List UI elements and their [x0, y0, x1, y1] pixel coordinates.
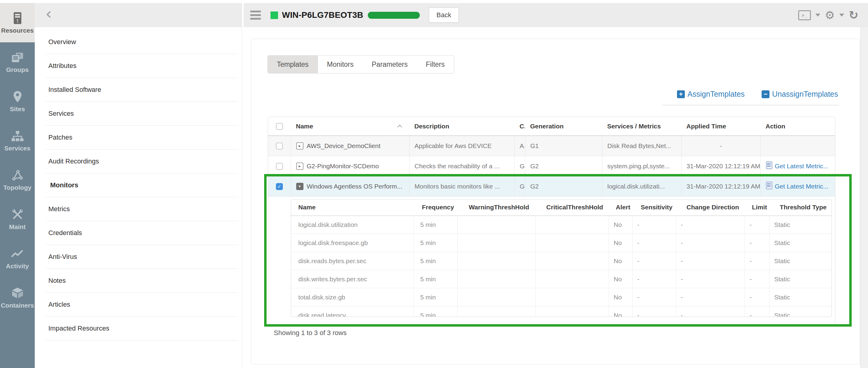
tab-filters[interactable]: Filters: [417, 56, 454, 73]
sidebar-item-maint[interactable]: Maint: [0, 200, 35, 239]
cube-icon: [11, 286, 24, 300]
sensitivity-cell: -: [632, 306, 676, 317]
refresh-icon[interactable]: ↻: [849, 9, 858, 21]
assign-templates-link[interactable]: + AssignTemplates: [677, 90, 745, 98]
subtable-row[interactable]: logical.disk.utilization5 minNo---Static: [291, 216, 832, 234]
limit-cell: -: [745, 234, 769, 252]
subtable-row[interactable]: disk.reads.bytes.per.sec5 minNo---Static: [291, 252, 832, 270]
menu-item-installed-software[interactable]: Installed Software: [46, 78, 238, 102]
metric-name-cell: disk.read.latency: [291, 306, 413, 317]
plus-icon: +: [677, 90, 685, 98]
get-latest-metrics-link[interactable]: Get Latest Metric...: [775, 183, 829, 190]
warning-threshold-cell: [457, 252, 535, 270]
sidebar-item-services[interactable]: Services: [0, 121, 35, 160]
frequency-cell: 5 min: [413, 270, 457, 288]
sidebar-item-resources[interactable]: Resources: [0, 3, 35, 42]
alert-cell: No: [609, 270, 632, 288]
menu-item-patches[interactable]: Patches: [46, 126, 238, 150]
sidebar-item-topology[interactable]: Topology: [0, 160, 35, 200]
menu-item-monitors[interactable]: Monitors: [46, 174, 238, 197]
menu-item-credentials[interactable]: Credentials: [46, 221, 238, 245]
limit-cell: -: [745, 252, 769, 270]
menu-item-impacted-resources[interactable]: Impacted Resources: [46, 317, 238, 340]
menu-item-services[interactable]: Services: [46, 102, 238, 126]
sidebar-item-label: Groups: [6, 66, 29, 73]
table-row[interactable]: ✓▾Windows Agentless OS Perform...Monitor…: [268, 176, 835, 196]
menu-item-metrics[interactable]: Metrics: [46, 197, 238, 221]
action-cell-wrap: [761, 136, 835, 156]
menu-item-overview[interactable]: Overview: [46, 30, 238, 54]
settings-dropdown-caret-icon[interactable]: [839, 13, 844, 17]
subtable-header-alert: Alert: [609, 200, 632, 216]
unassign-templates-label: UnassignTemplates: [772, 90, 838, 98]
critical-threshold-cell: [535, 288, 609, 306]
menu-item-articles[interactable]: Articles: [46, 293, 238, 317]
table-row[interactable]: ▸G2-PingMonitor-SCDemoChecks the reachab…: [268, 156, 835, 176]
column-header-action[interactable]: Action: [761, 117, 835, 136]
warning-threshold-cell: [457, 270, 535, 288]
column-header-c-[interactable]: C.: [515, 117, 525, 136]
column-header-applied-time[interactable]: Applied Time: [681, 117, 761, 136]
tab-monitors[interactable]: Monitors: [318, 56, 363, 73]
warning-threshold-cell: [457, 216, 535, 234]
activity-icon: [11, 247, 24, 261]
collapse-panel-icon[interactable]: [46, 11, 54, 18]
terminal-dropdown-caret-icon[interactable]: [815, 13, 820, 17]
table-row[interactable]: ▸AWS_Device_DemoClientApplicable for Aws…: [268, 136, 835, 156]
subtable-row[interactable]: disk.read.latency5 minNo---Static: [291, 306, 832, 317]
sidebar-item-groups[interactable]: Groups: [0, 42, 35, 82]
row-checkbox[interactable]: [276, 163, 283, 170]
column-header-generation[interactable]: Generation: [525, 117, 602, 136]
row-checkbox[interactable]: ✓: [276, 183, 283, 190]
menu-icon[interactable]: [250, 10, 261, 20]
sidebar-item-label: Containers: [1, 302, 34, 309]
description-cell: Checks the reachability of a ...: [409, 156, 515, 176]
expand-row-icon[interactable]: ▸: [296, 142, 304, 150]
tab-parameters[interactable]: Parameters: [363, 56, 417, 73]
menu-item-audit-recordings[interactable]: Audit Recordings: [46, 150, 238, 174]
pin-icon: [13, 90, 22, 104]
menu-item-attributes[interactable]: Attributes: [46, 54, 238, 78]
category-cell: G.: [515, 176, 525, 196]
category-cell: G.: [515, 156, 525, 176]
services-metrics-cell: system.ping.pl,syste...: [602, 156, 681, 176]
gear-icon[interactable]: ⚙: [825, 10, 835, 21]
critical-threshold-cell: [535, 234, 609, 252]
collapse-row-icon[interactable]: ▾: [296, 183, 304, 190]
tab-templates[interactable]: Templates: [268, 56, 318, 73]
metric-name-cell: disk.reads.bytes.per.sec: [291, 252, 413, 270]
sidebar-item-activity[interactable]: Activity: [0, 239, 35, 278]
row-checkbox[interactable]: [276, 143, 283, 150]
sidebar-item-label: Resources: [1, 27, 34, 34]
template-actions: + AssignTemplates − UnassignTemplates: [677, 90, 838, 98]
subtable-row[interactable]: total.disk.size.gb5 minNo---Static: [291, 288, 832, 306]
column-header-description[interactable]: Description: [409, 117, 515, 136]
metric-name-cell: total.disk.size.gb: [291, 288, 413, 306]
select-all-checkbox[interactable]: [276, 123, 283, 130]
threshold-type-cell: Static: [769, 270, 832, 288]
back-button[interactable]: Back: [429, 7, 459, 23]
unassign-templates-link[interactable]: − UnassignTemplates: [762, 90, 838, 98]
sidebar-item-label: Services: [4, 145, 30, 152]
assign-templates-label: AssignTemplates: [688, 90, 745, 98]
subtable-row[interactable]: logical.disk.freespace.gb5 minNo---Stati…: [291, 234, 832, 252]
subtable-row[interactable]: disk.writes.bytes.per.sec5 minNo---Stati…: [291, 270, 832, 288]
menu-item-notes[interactable]: Notes: [46, 269, 238, 293]
menu-item-anti-virus[interactable]: Anti-Virus: [46, 245, 238, 269]
limit-cell: -: [745, 270, 769, 288]
warning-threshold-cell: [457, 306, 535, 317]
category-cell: A.: [515, 136, 525, 156]
action-cell-wrap: Get Latest Metric...: [761, 156, 835, 176]
column-header-services-metrics[interactable]: Services / Metrics: [602, 117, 681, 136]
sidebar-item-sites[interactable]: Sites: [0, 82, 35, 121]
column-header-name[interactable]: Name: [291, 117, 409, 136]
terminal-icon[interactable]: >_: [798, 10, 811, 20]
applied-time-cell: 31-Mar-2020 12:12:19 AM: [681, 176, 761, 196]
get-latest-metrics-link[interactable]: Get Latest Metric...: [775, 162, 829, 170]
sidebar-item-label: Activity: [6, 263, 29, 270]
sidebar-item-containers[interactable]: Containers: [0, 278, 35, 317]
sensitivity-cell: -: [632, 252, 676, 270]
critical-threshold-cell: [535, 216, 609, 234]
expand-row-icon[interactable]: ▸: [296, 162, 304, 170]
select-all-header: [268, 117, 291, 136]
